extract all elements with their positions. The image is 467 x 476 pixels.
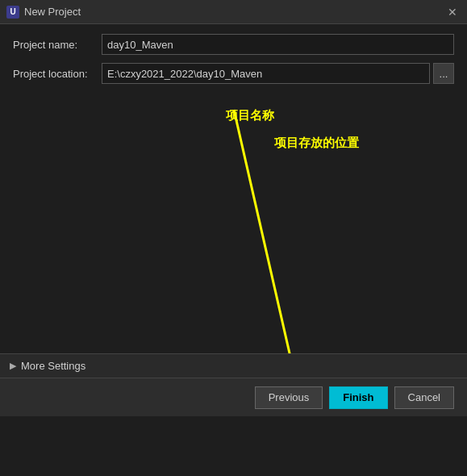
dialog-body: Project name: Project location: ... (0, 24, 467, 102)
project-name-label: Project name: (13, 39, 102, 51)
project-location-row: Project location: ... (13, 63, 454, 84)
main-area: 项目名称 项目存放的位置 ▶ More Settings Previous Fi… (0, 102, 467, 416)
annotation-name-label: 项目名称 (226, 108, 274, 123)
project-name-input[interactable] (102, 34, 454, 55)
close-button[interactable]: ✕ (444, 4, 461, 20)
browse-button[interactable]: ... (433, 63, 454, 84)
footer-bar: Previous Finish Cancel (0, 378, 467, 416)
cancel-button[interactable]: Cancel (394, 386, 454, 409)
finish-button[interactable]: Finish (329, 386, 387, 409)
more-settings-label: More Settings (21, 360, 85, 372)
more-settings-arrow-icon: ▶ (10, 361, 16, 371)
annotation-location-label: 项目存放的位置 (274, 136, 359, 151)
project-location-label: Project location: (13, 68, 102, 80)
title-bar: U New Project ✕ (0, 0, 467, 24)
more-settings-bar[interactable]: ▶ More Settings (0, 353, 467, 378)
previous-button[interactable]: Previous (255, 386, 323, 409)
app-icon: U (6, 6, 19, 19)
project-location-input[interactable] (102, 63, 430, 84)
dialog-title: New Project (24, 6, 81, 18)
project-name-row: Project name: (13, 34, 454, 55)
svg-line-1 (234, 110, 298, 392)
